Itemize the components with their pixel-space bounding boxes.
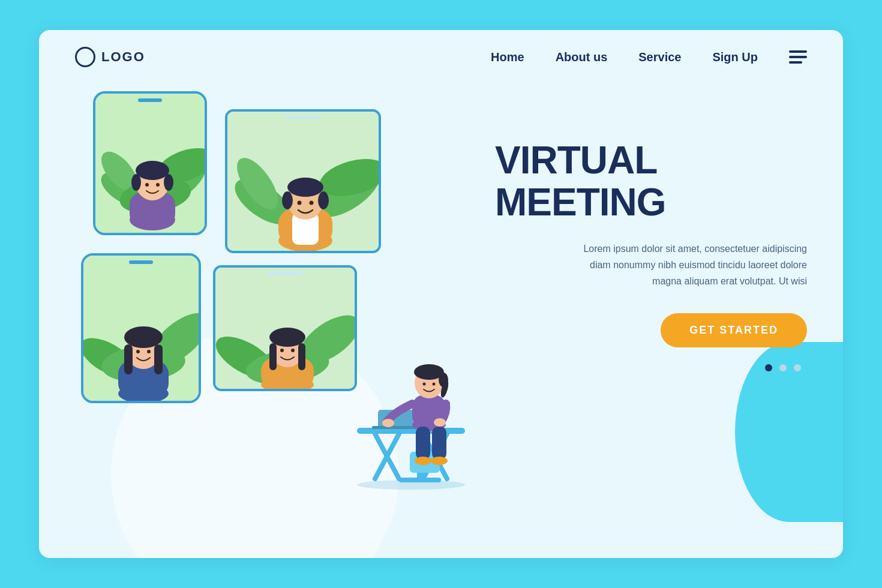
svg-point-23 [287,178,323,197]
logo[interactable]: LOGO [75,47,145,67]
nav-link-home[interactable]: Home [491,50,524,64]
video-grid [75,91,459,499]
nav-link-service[interactable]: Service [638,50,681,64]
hamburger-line-1 [789,50,807,53]
desk-person-svg [345,311,477,497]
hamburger-line-3 [789,61,802,64]
svg-point-24 [282,191,293,209]
dot-2[interactable] [779,364,787,371]
svg-rect-49 [298,343,305,370]
svg-rect-48 [269,343,277,370]
nav-item-home[interactable]: Home [491,50,524,64]
card-3-illustration [83,256,201,403]
tablet-bar-4 [267,272,303,275]
svg-point-9 [136,161,169,180]
svg-rect-37 [154,344,163,374]
page-frame: LOGO Home About us Service Sign Up [39,30,843,558]
svg-point-65 [382,419,394,427]
desk-person-illustration [345,311,477,499]
dot-3[interactable] [794,364,801,371]
svg-point-38 [136,350,140,353]
nav-links: Home About us Service Sign Up [491,50,758,64]
card-2-illustration [227,112,381,253]
tablet-bar-2 [285,116,321,119]
svg-point-25 [318,191,329,209]
svg-point-11 [164,174,173,191]
hero-description: Lorem ipsum dolor sit amet, consectetuer… [579,241,807,290]
phone-notch-1 [138,98,162,102]
svg-point-12 [145,183,149,187]
svg-rect-68 [432,427,446,460]
hamburger-menu[interactable] [789,50,807,64]
svg-point-70 [431,457,448,465]
nav-link-signup[interactable]: Sign Up [712,50,758,64]
nav-link-about[interactable]: About us [556,50,608,64]
video-card-3 [81,253,201,403]
svg-rect-61 [399,478,441,482]
svg-point-26 [298,201,302,205]
svg-point-13 [156,183,160,187]
svg-rect-67 [416,427,430,460]
svg-point-75 [423,383,426,386]
hero-title-line2: MEETING [495,181,666,224]
hero-title: VIRTUAL MEETING [495,139,807,224]
nav-item-service[interactable]: Service [638,50,681,64]
get-started-button[interactable]: GET STARTED [661,313,807,347]
svg-point-10 [131,174,141,191]
carousel-dots [495,364,801,371]
hero-title-line1: VIRTUAL [495,139,657,182]
hero-text-content: VIRTUAL MEETING Lorem ipsum dolor sit am… [459,91,807,371]
nav-item-signup[interactable]: Sign Up [712,50,758,64]
svg-rect-36 [124,344,133,374]
svg-point-76 [433,383,436,386]
hamburger-line-2 [789,56,807,58]
main-content: VIRTUAL MEETING Lorem ipsum dolor sit am… [39,79,843,499]
dot-1[interactable] [765,364,772,371]
svg-point-69 [415,457,431,465]
svg-point-50 [280,349,284,352]
video-card-4 [213,265,357,391]
logo-text: LOGO [101,49,145,65]
svg-point-66 [434,418,446,427]
card-4-illustration [215,268,357,391]
video-card-1 [93,91,207,235]
svg-point-27 [310,201,314,205]
nav-item-about[interactable]: About us [556,50,608,64]
logo-circle-icon [75,47,95,67]
svg-point-39 [147,350,151,353]
card-1-illustration [95,94,207,235]
svg-point-51 [291,349,295,352]
navbar: LOGO Home About us Service Sign Up [39,30,843,79]
video-card-2 [225,109,381,253]
phone-notch-3 [129,260,153,264]
